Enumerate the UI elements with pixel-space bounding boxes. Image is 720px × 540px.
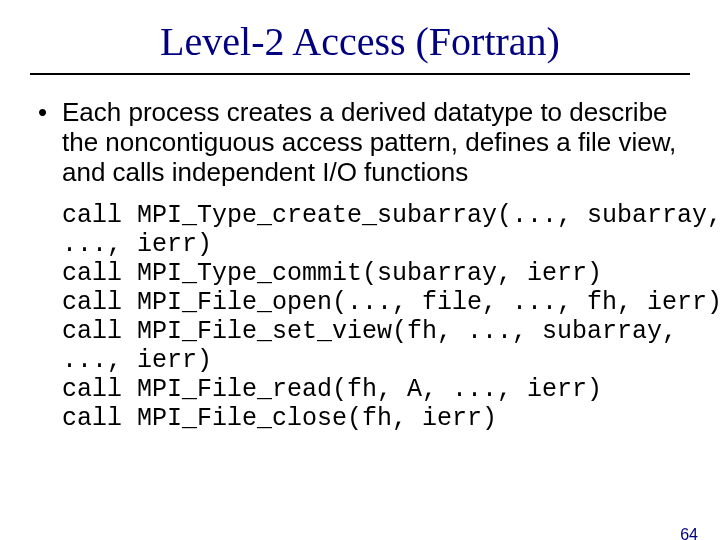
bullet-text: Each process creates a derived datatype … — [62, 97, 682, 187]
title-divider — [30, 73, 690, 75]
slide-title: Level-2 Access (Fortran) — [0, 18, 720, 65]
page-number: 64 — [680, 526, 698, 540]
slide-body: • Each process creates a derived datatyp… — [38, 97, 682, 433]
slide: Level-2 Access (Fortran) • Each process … — [0, 18, 720, 540]
code-block: call MPI_Type_create_subarray(..., subar… — [62, 201, 682, 433]
bullet-item: • Each process creates a derived datatyp… — [38, 97, 682, 187]
bullet-marker: • — [38, 97, 62, 127]
